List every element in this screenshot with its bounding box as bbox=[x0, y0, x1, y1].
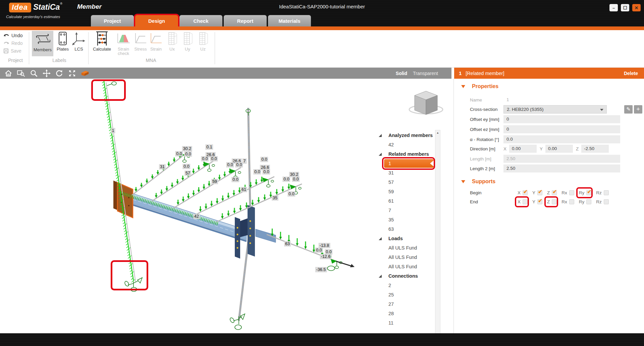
supports-end-row: End XY✔ZRxRyRz bbox=[470, 197, 638, 206]
tab-materials[interactable]: Materials bbox=[268, 15, 311, 26]
plates-button[interactable]: Plates bbox=[55, 31, 71, 51]
ux-button[interactable]: Ux bbox=[165, 31, 179, 51]
zoom-window-button[interactable] bbox=[17, 69, 25, 78]
tree-item[interactable]: 1 bbox=[378, 159, 435, 168]
central-connection bbox=[235, 205, 276, 259]
tree-item[interactable]: 27 bbox=[378, 299, 435, 309]
support-begin-ry-checkbox[interactable]: ✔ bbox=[586, 190, 591, 195]
solid-view-button[interactable] bbox=[80, 69, 89, 78]
tree-item[interactable]: 42 bbox=[378, 140, 435, 149]
member-31[interactable] bbox=[132, 151, 190, 195]
support-end-y-group: Y✔ bbox=[532, 199, 542, 204]
direction-y-field[interactable]: 0.00 bbox=[545, 145, 573, 153]
close-button[interactable]: ✕ bbox=[632, 4, 641, 11]
annotation-box-top-support bbox=[91, 79, 126, 101]
scene-load-label: 0.0 bbox=[184, 151, 192, 157]
tree-item[interactable]: 57 bbox=[378, 178, 435, 187]
tree-item[interactable]: 31 bbox=[378, 168, 435, 178]
support-begin-rx-checkbox[interactable] bbox=[569, 190, 574, 195]
tree-item[interactable]: 2 bbox=[378, 281, 435, 290]
minimize-icon: – bbox=[612, 5, 615, 10]
tree-item[interactable]: 25 bbox=[378, 290, 435, 299]
collapse-triangle-icon bbox=[461, 180, 465, 183]
tree-section-header[interactable]: Loads bbox=[378, 234, 435, 243]
ribbon-group-project: Project bbox=[3, 58, 28, 63]
support-end-rz-checkbox[interactable] bbox=[604, 199, 609, 204]
support-begin-x-group: X✔ bbox=[518, 190, 528, 195]
tree-item[interactable]: 35 bbox=[378, 215, 435, 224]
support-end-y-checkbox[interactable]: ✔ bbox=[537, 199, 542, 204]
tab-project[interactable]: Project bbox=[91, 15, 134, 26]
uy-button[interactable]: Uy bbox=[180, 31, 195, 51]
member-1[interactable] bbox=[102, 80, 136, 282]
tree-item[interactable]: 7 bbox=[378, 206, 435, 215]
add-cross-section-button[interactable]: + bbox=[634, 105, 642, 114]
tree-item[interactable]: 63 bbox=[378, 224, 435, 234]
scene-load-label: 57 bbox=[184, 170, 191, 176]
solid-mode-toggle[interactable]: Solid bbox=[396, 71, 407, 76]
offset-ey-field[interactable]: 0 bbox=[503, 115, 620, 123]
support-begin-rz-checkbox[interactable] bbox=[604, 190, 609, 195]
name-field[interactable]: 1 bbox=[503, 96, 620, 104]
tree-item[interactable]: All ULS Fund bbox=[378, 262, 435, 271]
support-end-x-checkbox[interactable] bbox=[523, 199, 528, 204]
tree-item[interactable]: 11 bbox=[378, 318, 435, 328]
scene-load-label: 31 bbox=[159, 164, 166, 169]
member-63[interactable] bbox=[267, 228, 355, 271]
member-59[interactable] bbox=[173, 167, 241, 208]
direction-x-field[interactable]: 0.00 bbox=[509, 145, 537, 153]
plus-icon: + bbox=[636, 106, 640, 113]
rotation-field[interactable]: 0.0 bbox=[503, 135, 620, 143]
tree-item[interactable]: 59 bbox=[378, 187, 435, 196]
tree-item-selected[interactable]: 1 bbox=[384, 159, 434, 168]
tree-item[interactable]: 28 bbox=[378, 309, 435, 318]
tree-item[interactable]: All ULS Fund bbox=[378, 243, 435, 253]
tree-item[interactable]: All ULS Fund bbox=[378, 253, 435, 262]
cross-section-dropdown[interactable]: 2. HEB220 (S355) bbox=[503, 105, 607, 114]
tree-section-header[interactable]: Connections bbox=[378, 271, 435, 281]
direction-z-field[interactable]: -2.50 bbox=[581, 145, 609, 153]
tree-section-header[interactable]: Analyzed members bbox=[378, 131, 435, 140]
length2-field[interactable]: 2.50 bbox=[503, 164, 620, 172]
member-35[interactable] bbox=[216, 184, 302, 222]
strain-button[interactable]: Strain bbox=[148, 31, 164, 51]
support-begin-x-checkbox[interactable]: ✔ bbox=[523, 190, 528, 195]
scene-load-label: 0.0 bbox=[175, 151, 183, 156]
calculate-button[interactable]: Calculate bbox=[91, 31, 113, 51]
lcs-button[interactable]: LCS bbox=[71, 31, 87, 51]
tab-check[interactable]: Check bbox=[179, 15, 222, 26]
offset-ez-field[interactable]: 0 bbox=[503, 125, 620, 133]
maximize-button[interactable]: ☐ bbox=[621, 4, 629, 11]
tab-design[interactable]: Design bbox=[135, 15, 178, 26]
edit-cross-section-button[interactable]: ✎ bbox=[624, 105, 633, 114]
delete-button[interactable]: Delete bbox=[624, 71, 638, 76]
support-end-ry-checkbox[interactable] bbox=[586, 199, 591, 204]
minimize-button[interactable]: – bbox=[609, 4, 618, 11]
support-begin-y-checkbox[interactable]: ✔ bbox=[537, 190, 542, 195]
strain-check-button[interactable]: Strain check bbox=[115, 31, 132, 56]
save-button[interactable]: Save bbox=[3, 48, 21, 54]
tab-report[interactable]: Report bbox=[224, 15, 267, 26]
stress-button[interactable]: Stress bbox=[133, 31, 148, 51]
rotate-button[interactable] bbox=[55, 69, 64, 78]
supports-section-header[interactable]: Supports bbox=[461, 179, 495, 185]
zoom-fit-button[interactable] bbox=[68, 69, 76, 78]
view-cube[interactable] bbox=[409, 91, 443, 115]
offset-ez-row: Offset ez [mm] 0 bbox=[470, 125, 638, 134]
undo-button[interactable]: Undo bbox=[3, 33, 22, 38]
viewport-3d[interactable]: 130.20.00.0310.0570.126.60.00.05926.670.… bbox=[0, 79, 453, 333]
zoom-button[interactable] bbox=[30, 69, 38, 78]
pan-button[interactable] bbox=[42, 69, 51, 78]
transparent-mode-toggle[interactable]: Transparent bbox=[413, 71, 438, 76]
tree-item[interactable]: 61 bbox=[378, 196, 435, 206]
scroll-up-arrow[interactable]: ▲ bbox=[435, 130, 440, 136]
support-end-z-checkbox[interactable] bbox=[552, 199, 557, 204]
members-button[interactable]: Members bbox=[32, 31, 53, 56]
uz-button[interactable]: Uz bbox=[196, 31, 210, 51]
support-begin-z-checkbox[interactable]: ✔ bbox=[552, 190, 557, 195]
home-view-button[interactable] bbox=[4, 69, 13, 78]
redo-button[interactable]: Redo bbox=[3, 41, 22, 46]
support-end-rx-checkbox[interactable] bbox=[569, 199, 574, 204]
tree-scrollbar[interactable]: ▲ ▼ bbox=[435, 130, 440, 333]
properties-section-header[interactable]: Properties bbox=[461, 83, 498, 89]
